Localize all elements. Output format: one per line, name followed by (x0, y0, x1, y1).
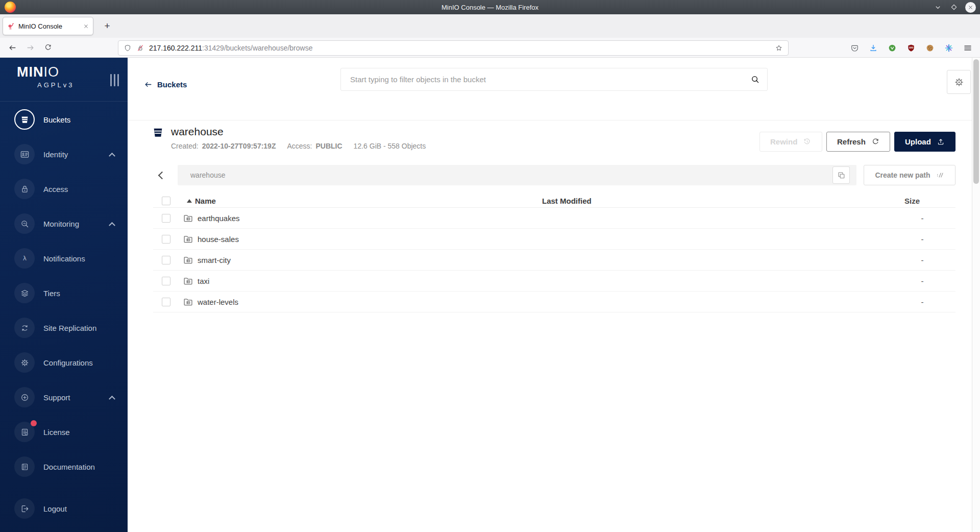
object-size: - (869, 235, 955, 244)
new-tab-button[interactable]: + (100, 18, 115, 34)
cookie-extension-icon[interactable] (924, 42, 936, 54)
insecure-lock-icon[interactable] (136, 44, 144, 52)
window-minimize-button[interactable] (933, 2, 943, 12)
sidebar-item-notifications[interactable]: Notifications (0, 241, 128, 276)
tab-close-icon[interactable] (83, 23, 89, 29)
sidebar-item-label: Access (43, 185, 68, 194)
sidebar-item-label: Documentation (43, 463, 95, 471)
window-maximize-button[interactable] (949, 2, 959, 12)
license-icon (14, 422, 35, 442)
sidebar-item-tiers[interactable]: Tiers (0, 276, 128, 310)
copy-path-button[interactable] (832, 166, 850, 184)
main-content: Buckets warehouse Created:2022-10-27T09:… (128, 58, 980, 532)
sidebar-item-label: Buckets (43, 115, 70, 124)
sidebar-item-buckets[interactable]: Buckets (0, 102, 128, 137)
copy-icon (837, 171, 846, 180)
bucket-size-stats: 12.6 GiB - 558 Objects (354, 142, 426, 150)
row-checkbox[interactable] (162, 277, 170, 285)
rewind-icon (803, 137, 812, 146)
gear-icon (953, 77, 965, 88)
rewind-button[interactable]: Rewind (760, 132, 822, 152)
header-divider (128, 120, 972, 120)
tracking-shield-icon[interactable] (124, 44, 132, 52)
browser-forward-button[interactable] (25, 42, 35, 53)
column-header-size[interactable]: Size (869, 197, 955, 205)
table-row[interactable]: taxi - (153, 271, 955, 292)
path-back-button[interactable] (153, 165, 170, 185)
buckets-back-link[interactable]: Buckets (144, 80, 187, 89)
object-filter-search (340, 68, 768, 91)
table-row[interactable]: water-levels - (153, 292, 955, 312)
browser-menu-icon[interactable] (962, 42, 974, 54)
browser-tabbar: MinIO Console + (0, 14, 980, 38)
row-checkbox[interactable] (162, 235, 170, 244)
chevron-up-icon (110, 393, 114, 402)
bucket-settings-button[interactable] (947, 70, 971, 94)
object-size: - (869, 298, 955, 306)
notifications-icon (14, 248, 35, 269)
sidebar-item-label: Logout (43, 504, 67, 513)
sidebar-item-license[interactable]: License (0, 415, 128, 449)
sidebar-item-support[interactable]: Support (0, 380, 128, 415)
access-icon (14, 179, 35, 199)
select-all-checkbox[interactable] (162, 197, 170, 205)
upload-button[interactable]: Upload (894, 132, 955, 152)
create-new-path-button[interactable]: Create new path (864, 165, 955, 185)
object-size: - (869, 277, 955, 285)
column-header-name[interactable]: Name (195, 197, 216, 205)
table-row[interactable]: smart-city - (153, 250, 955, 271)
folder-icon (183, 276, 193, 286)
search-input[interactable] (350, 75, 750, 84)
sidebar-item-documentation[interactable]: Documentation (0, 449, 128, 484)
refresh-icon (871, 137, 879, 146)
pocket-icon[interactable] (848, 42, 861, 54)
chevron-up-icon (110, 150, 114, 159)
sidebar-item-identity[interactable]: Identity (0, 137, 128, 172)
table-body: earthquakes - house-sales - smart-city -… (153, 208, 955, 312)
sidebar-item-monitoring[interactable]: Monitoring (0, 206, 128, 241)
table-row[interactable]: house-sales - (153, 229, 955, 250)
column-header-last-modified[interactable]: Last Modified (542, 197, 869, 205)
asterisk-extension-icon[interactable] (943, 42, 955, 54)
sort-ascending-icon[interactable] (187, 199, 192, 203)
browser-tab-minio-console[interactable]: MinIO Console (3, 17, 93, 35)
privacy-badger-extension-icon[interactable] (886, 42, 898, 54)
sidebar-item-label: License (43, 428, 70, 437)
sidebar-item-access[interactable]: Access (0, 172, 128, 206)
window-close-button[interactable] (965, 2, 976, 13)
downloads-icon[interactable] (867, 42, 879, 54)
folder-icon (183, 255, 193, 265)
sidebar-item-label: Tiers (43, 289, 60, 298)
sidebar-item-label: Site Replication (43, 324, 96, 332)
bucket-created-value: 2022-10-27T09:57:19Z (202, 142, 276, 150)
scrollbar-thumb[interactable] (973, 59, 979, 184)
row-checkbox[interactable] (162, 214, 170, 223)
monitoring-icon (14, 213, 35, 234)
browser-back-button[interactable] (7, 42, 17, 53)
sidebar-nav: Buckets Identity Access Monitoring Notif… (0, 101, 128, 526)
sidebar-item-configurations[interactable]: Configurations (0, 345, 128, 380)
page-scrollbar[interactable] (972, 58, 980, 532)
sidebar: MINIO AGPLv3 Buckets Identity Access (0, 58, 128, 532)
row-checkbox[interactable] (162, 256, 170, 264)
objects-table: Name Last Modified Size earthquakes - ho… (153, 195, 955, 312)
object-name: earthquakes (198, 214, 240, 223)
sidebar-item-site-replication[interactable]: Site Replication (0, 310, 128, 345)
url-text: 217.160.222.211:31429/buckets/warehouse/… (149, 44, 312, 52)
row-checkbox[interactable] (162, 298, 170, 306)
search-icon (750, 75, 760, 84)
ublock-extension-icon[interactable] (905, 42, 917, 54)
table-row[interactable]: earthquakes - (153, 208, 955, 229)
browser-toolbar: 217.160.222.211:31429/buckets/warehouse/… (0, 38, 980, 58)
sidebar-collapse-icon[interactable] (110, 74, 119, 86)
sidebar-item-logout[interactable]: Logout (0, 491, 128, 526)
url-bar[interactable]: 217.160.222.211:31429/buckets/warehouse/… (118, 40, 789, 56)
buckets-icon (14, 109, 35, 130)
configurations-icon (14, 352, 35, 373)
window-title: MinIO Console — Mozilla Firefox (442, 4, 538, 11)
back-arrow-icon (144, 80, 153, 89)
browser-reload-button[interactable] (43, 42, 53, 53)
firefox-logo-icon (5, 2, 16, 13)
bookmark-star-icon[interactable] (775, 44, 783, 52)
refresh-button[interactable]: Refresh (826, 132, 890, 152)
